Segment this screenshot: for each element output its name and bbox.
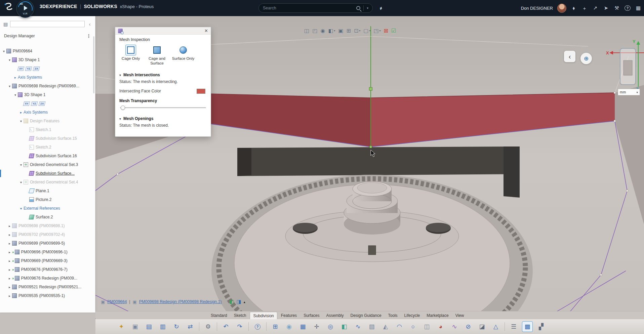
tree-item[interactable]: Subdivision Surface.15 <box>0 134 95 143</box>
tree-item[interactable]: ▾PM009664 <box>0 47 95 55</box>
save-icon[interactable]: ▤ <box>144 322 154 332</box>
undo-icon[interactable]: ↶ <box>221 322 231 332</box>
search-icon[interactable] <box>356 6 360 10</box>
tree-item[interactable]: ▸PM009698 (PM009698.1) <box>0 221 95 230</box>
view-cube-icon[interactable]: ◳▾ <box>373 28 380 34</box>
collapsed-arrow-icon[interactable]: ▸ <box>7 277 12 280</box>
render-style-icon[interactable]: ◉ <box>320 28 325 34</box>
plane-yz-icon[interactable]: YZ <box>25 67 32 71</box>
compass-widget[interactable]: 3D V,R <box>16 0 34 18</box>
plane-zx-icon[interactable]: ZX <box>38 101 45 106</box>
tree-item[interactable]: ▾External References <box>0 204 95 213</box>
tag-label-icon[interactable]: ⬧ <box>571 5 577 11</box>
tree-item[interactable]: ▾3D Shape 1 <box>0 55 95 64</box>
wedge-primitive-icon[interactable]: ◭ <box>380 322 391 332</box>
plane-xy-icon[interactable]: XY <box>23 101 30 106</box>
extrude-tool-icon[interactable]: △ <box>491 322 501 332</box>
3d-scene[interactable] <box>0 16 644 334</box>
user-avatar[interactable] <box>557 4 566 13</box>
settings-icon[interactable]: ⚙ <box>203 322 213 332</box>
search-options-caret-icon[interactable]: ▾ <box>367 6 368 10</box>
zoom-area-icon[interactable]: ⊡▾ <box>354 28 360 34</box>
tree-item[interactable]: Plane.1 <box>0 186 95 195</box>
plane-xy-icon[interactable]: XY <box>17 67 24 71</box>
tree-item[interactable]: Sketch.1 <box>0 125 95 134</box>
previous-view-button[interactable] <box>564 51 575 62</box>
tree-item[interactable]: ▸PM009699 (PM009699-5) <box>0 239 95 248</box>
tree-item[interactable]: ▸»PM009669 (PM009669-3) <box>0 256 95 265</box>
save-options-icon[interactable]: ▥ <box>158 322 168 332</box>
tab-standard[interactable]: Standard <box>208 312 230 320</box>
tree-item[interactable]: ▸Axis Systems <box>0 108 95 117</box>
view-orientation-icon[interactable]: ◧▾ <box>328 28 335 34</box>
spline-tool-icon[interactable]: ∿ <box>449 322 459 332</box>
collapsed-arrow-icon[interactable]: ▸ <box>7 294 12 298</box>
plane-yz-icon[interactable]: YZ <box>31 101 38 106</box>
collapsed-arrow-icon[interactable]: ▸ <box>7 233 12 237</box>
tree-item[interactable]: ▾PM009698 Redesign (PM00969... <box>0 82 95 90</box>
share-icon[interactable]: ↗ <box>592 5 598 11</box>
selection-filter-icon[interactable]: ▢▾ <box>363 28 370 34</box>
tab-design-guidance[interactable]: Design Guidance <box>348 312 385 320</box>
mode-cage-only[interactable]: Cage Only <box>119 45 143 66</box>
tree-planes-row[interactable]: XYYZZX <box>0 64 95 73</box>
tree-item[interactable]: Subdivision Surface... <box>0 169 95 178</box>
redo-icon[interactable]: ↷ <box>235 322 245 332</box>
grid-table-icon[interactable]: ⊞ <box>270 322 280 332</box>
expanded-arrow-icon[interactable]: ▾ <box>18 180 24 184</box>
collapsed-arrow-icon[interactable]: ▸ <box>7 285 12 289</box>
face-color-swatch[interactable] <box>197 89 205 94</box>
tab-assembly[interactable]: Assembly <box>323 312 347 320</box>
tab-view[interactable]: View <box>452 312 467 320</box>
slice-plane-icon[interactable]: ◪ <box>477 322 487 332</box>
grid-options-icon[interactable]: ⊞ <box>346 28 351 34</box>
reference-point-icon[interactable]: ◎ <box>325 322 335 332</box>
mesh-validate-icon[interactable]: ☑ <box>391 28 396 34</box>
slider-knob[interactable] <box>121 106 125 110</box>
section-collapse-icon[interactable] <box>119 116 121 121</box>
dropdown-caret-icon[interactable]: ▾ <box>379 29 381 32</box>
add-icon[interactable]: + <box>581 5 588 11</box>
update-icon[interactable]: ↻ <box>171 322 182 332</box>
tree-item[interactable]: ▾Ordered Geometrical Set.4 <box>0 178 95 186</box>
section-collapse-icon[interactable] <box>119 73 121 77</box>
flatten-mesh-icon[interactable]: ▞ <box>536 322 546 332</box>
tree-item[interactable]: Subdivision Surface.16 <box>0 152 95 160</box>
mesh-grid-icon[interactable]: ▦ <box>298 322 308 332</box>
axis-handle[interactable] <box>369 87 372 90</box>
tree-item[interactable]: ▸Axis Systems <box>0 73 95 82</box>
panel-menu-icon[interactable] <box>86 33 91 39</box>
expanded-arrow-icon[interactable]: ▾ <box>13 93 18 97</box>
viewport-3d[interactable]: ◫◰◉◧▾▣⊞⊡▾▢▾◳▾⊠☑ X Y Z mm PM009664 | PM00… <box>0 16 644 334</box>
selected-vertex[interactable] <box>369 145 372 148</box>
triad-tool-icon[interactable]: ✛ <box>312 322 322 332</box>
workbench-icon-2[interactable] <box>236 299 241 305</box>
cylinder-primitive-icon[interactable]: ◫ <box>422 322 432 332</box>
search-input[interactable] <box>263 6 353 10</box>
mode-cage-and-surface[interactable]: Cage and Surface <box>145 45 169 66</box>
help-icon[interactable]: ? <box>625 5 631 11</box>
tree-item[interactable]: ▾Ordered Geometrical Set.3 <box>0 160 95 169</box>
tab-features[interactable]: Features <box>278 312 300 320</box>
tree-item[interactable]: Picture.2 <box>0 195 95 204</box>
expanded-arrow-icon[interactable]: ▾ <box>7 84 12 88</box>
subdivision-tool-icon[interactable]: ▩ <box>522 322 532 332</box>
expanded-arrow-icon[interactable]: ▾ <box>18 207 24 210</box>
collapse-panel-icon[interactable] <box>87 21 92 27</box>
tag-filter-button[interactable] <box>377 4 386 12</box>
intersection-check-icon[interactable]: ⊠ <box>384 28 388 34</box>
breadcrumb-current-link[interactable]: PM009698 Redesign (PM009698 Redesign.1) <box>139 299 222 304</box>
tree-item[interactable]: ▸PM009535 (PM009535-1) <box>0 291 95 300</box>
apps-grid-icon[interactable]: ▦ <box>635 5 641 11</box>
expanded-arrow-icon[interactable]: ▾ <box>7 58 12 62</box>
trim-circle-icon[interactable]: ⊘ <box>463 322 473 332</box>
tree-item[interactable]: ▸»PM009696 (PM009696-1) <box>0 248 95 256</box>
tab-surfaces[interactable]: Surfaces <box>300 312 322 320</box>
collapsed-arrow-icon[interactable]: ▸ <box>13 76 18 79</box>
explode-view-icon[interactable]: ◰ <box>312 28 317 34</box>
center-view-button[interactable] <box>580 53 592 64</box>
dropdown-caret-icon[interactable]: ▾ <box>369 29 370 32</box>
workbench-icon-1[interactable] <box>229 299 234 305</box>
section-cut-icon[interactable]: ◫ <box>304 28 309 34</box>
expand-breadcrumb-icon[interactable] <box>244 299 245 304</box>
